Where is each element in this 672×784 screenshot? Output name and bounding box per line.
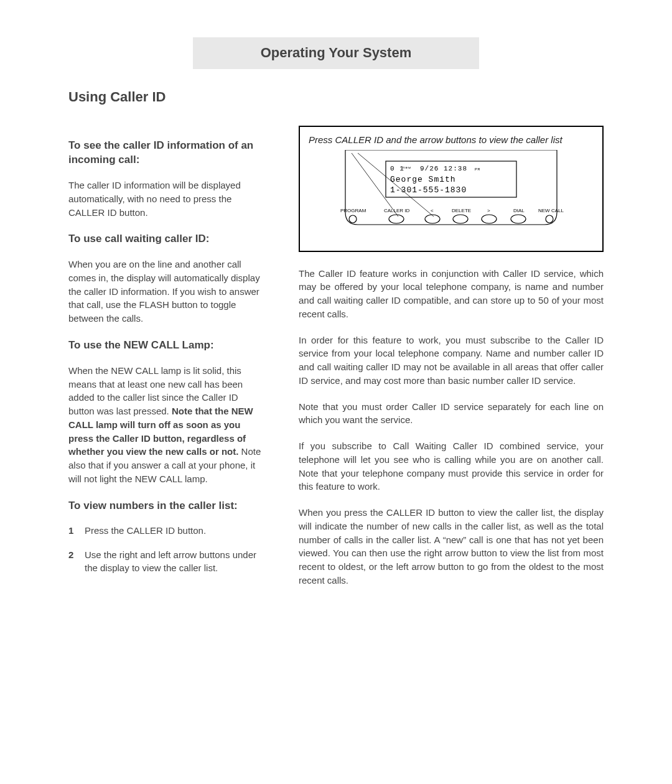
main-title: Using Caller ID (68, 88, 604, 107)
svg-line-1 (352, 153, 398, 217)
right-p2: In order for this feature to work, you m… (299, 334, 604, 388)
right-p3: Note that you must order Caller ID servi… (299, 400, 604, 427)
list-text-2: Use the right and left arrow buttons und… (85, 548, 261, 574)
btn-right-label: > (487, 208, 490, 213)
sec4-heading: To view numbers in the caller list: (68, 498, 261, 513)
right-column: Press CALLER ID and the arrow buttons to… (299, 126, 604, 600)
lcd-line1d: PM (475, 167, 480, 172)
device-shell: 0 1 new 9/26 12:38 PM George Smith 1-301… (309, 150, 594, 243)
sec2-body: When you are on the line and another cal… (68, 258, 261, 325)
btn-program-label: PROGRAM (340, 208, 366, 213)
device-caption: Press CALLER ID and the arrow buttons to… (309, 133, 594, 146)
callerid-button-icon (389, 215, 404, 223)
lcd-line2: George Smith (390, 175, 456, 184)
btn-dial-label: DIAL (513, 208, 525, 213)
sec2-heading: To use call waiting caller ID: (68, 231, 261, 246)
newcall-lamp-icon (546, 215, 553, 223)
delete-button-icon (453, 215, 468, 223)
right-arrow-button-icon (482, 215, 497, 223)
content-columns: To see the caller ID information of an i… (68, 126, 604, 600)
list-item: 2 Use the right and left arrow buttons u… (68, 548, 261, 574)
btn-left-label: < (431, 208, 434, 213)
dial-button-icon (511, 215, 526, 223)
list-item: 1 Press the CALLER ID button. (68, 524, 261, 537)
left-column: To see the caller ID information of an i… (68, 126, 261, 600)
lcd-line3: 1-301-555-1830 (390, 185, 467, 195)
btn-callerid-label: CALLER ID (384, 208, 410, 213)
device-diagram: Press CALLER ID and the arrow buttons to… (299, 126, 604, 252)
sec1-heading: To see the caller ID information of an i… (68, 138, 261, 168)
list-num-1: 1 (68, 524, 85, 537)
left-arrow-button-icon (425, 215, 440, 223)
list-text-1: Press the CALLER ID button. (85, 524, 261, 537)
btn-delete-label: DELETE (452, 208, 471, 213)
list-num-2: 2 (68, 548, 85, 574)
sec4-list: 1 Press the CALLER ID button. 2 Use the … (68, 524, 261, 574)
lcd-line1b: new (403, 166, 411, 170)
right-p4: If you subscribe to Call Waiting Caller … (299, 439, 604, 493)
right-p1: The Caller ID feature works in conjuncti… (299, 267, 604, 321)
sec3-heading: To use the NEW CALL Lamp: (68, 338, 261, 353)
right-p5: When you press the CALLER ID button to v… (299, 506, 604, 587)
sec3-body: When the NEW CALL lamp is lit solid, thi… (68, 364, 261, 486)
lcd-line1c: 9/26 12:38 (420, 165, 467, 172)
btn-newcall-label: NEW CALL (538, 208, 564, 213)
program-lamp-icon (349, 215, 357, 223)
phone-icon: 0 1 new 9/26 12:38 PM George Smith 1-301… (309, 150, 594, 243)
sec1-body: The caller ID information will be displa… (68, 179, 261, 219)
svg-line-2 (358, 153, 434, 217)
page-header: Operating Your System (193, 37, 479, 69)
